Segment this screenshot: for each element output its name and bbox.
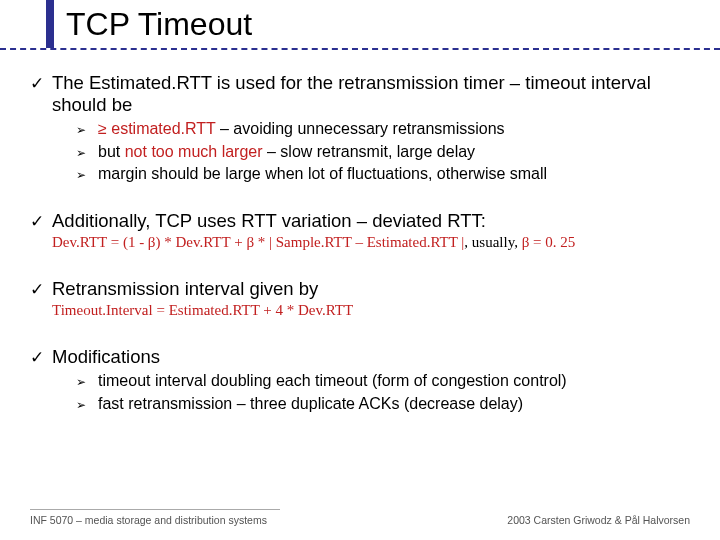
formula-red: β = 0. 25 <box>522 234 576 250</box>
bullet-1-text: The Estimated.RTT is used for the retran… <box>52 72 690 116</box>
slide: TCP Timeout ✓ The Estimated.RTT is used … <box>0 0 720 540</box>
bullet-3-formula: Timeout.Interval = Estimated.RTT + 4 * D… <box>52 302 690 320</box>
check-icon: ✓ <box>30 280 52 300</box>
arrow-icon: ➢ <box>76 398 98 412</box>
title-divider <box>0 48 720 50</box>
footer-divider <box>30 509 280 510</box>
bullet-2: ✓ Additionally, TCP uses RTT variation –… <box>30 210 690 232</box>
bullet-2-text: Additionally, TCP uses RTT variation – d… <box>52 210 690 232</box>
bullet-1: ✓ The Estimated.RTT is used for the retr… <box>30 72 690 116</box>
slide-body: ✓ The Estimated.RTT is used for the retr… <box>30 60 690 414</box>
arrow-icon: ➢ <box>76 375 98 389</box>
formula-red: Dev.RTT = (1 - β) * Dev.RTT + β * | Samp… <box>52 234 464 250</box>
check-icon: ✓ <box>30 74 52 94</box>
check-icon: ✓ <box>30 212 52 232</box>
bullet-1-sub-1: ➢ ≥ estimated.RTT – avoiding unnecessary… <box>76 120 690 139</box>
bullet-1-sub-3: ➢ margin should be large when lot of flu… <box>76 165 690 184</box>
arrow-icon: ➢ <box>76 146 98 160</box>
footer-left: INF 5070 – media storage and distributio… <box>30 514 267 526</box>
check-icon: ✓ <box>30 348 52 368</box>
bullet-1-sub-1-text: ≥ estimated.RTT – avoiding unnecessary r… <box>98 120 690 139</box>
footer: INF 5070 – media storage and distributio… <box>30 514 690 526</box>
bullet-4-sub-1: ➢ timeout interval doubling each timeout… <box>76 372 690 391</box>
title-area: TCP Timeout <box>0 0 720 43</box>
bullet-4-sub-2: ➢ fast retransmission – three duplicate … <box>76 395 690 414</box>
footer-right: 2003 Carsten Griwodz & Pål Halvorsen <box>507 514 690 526</box>
bullet-4-text: Modifications <box>52 346 690 368</box>
bullet-3-text: Retransmission interval given by <box>52 278 690 300</box>
bullet-4: ✓ Modifications <box>30 346 690 368</box>
bullet-1-sub-3-text: margin should be large when lot of fluct… <box>98 165 690 184</box>
bullet-4-sub-1-text: timeout interval doubling each timeout (… <box>98 372 690 391</box>
arrow-icon: ➢ <box>76 123 98 137</box>
bullet-4-sub-2-text: fast retransmission – three duplicate AC… <box>98 395 690 414</box>
arrow-icon: ➢ <box>76 168 98 182</box>
bullet-1-sub-2: ➢ but not too much larger – slow retrans… <box>76 143 690 162</box>
bullet-1-sub-2-text: but not too much larger – slow retransmi… <box>98 143 690 162</box>
title-accent-bar <box>46 0 54 48</box>
bullet-2-formula: Dev.RTT = (1 - β) * Dev.RTT + β * | Samp… <box>52 234 690 252</box>
emphasis: not too much larger <box>125 143 263 160</box>
emphasis: ≥ estimated.RTT <box>98 120 216 137</box>
bullet-3: ✓ Retransmission interval given by <box>30 278 690 300</box>
slide-title: TCP Timeout <box>66 6 720 43</box>
